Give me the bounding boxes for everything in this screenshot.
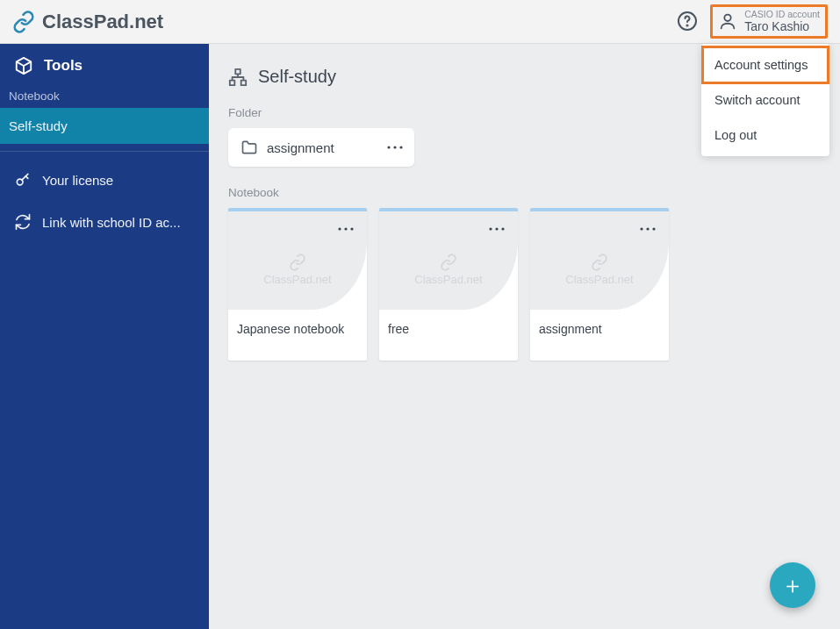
help-circle-icon[interactable] — [677, 11, 698, 32]
sync-icon — [14, 213, 32, 231]
notebook-name: Japanese notebook — [228, 310, 367, 361]
link-chain-icon — [591, 254, 608, 271]
account-trigger[interactable]: CASIO ID account Taro Kashio — [710, 4, 828, 39]
notebook-more-button[interactable] — [334, 217, 358, 241]
brand[interactable]: ClassPad.net — [12, 11, 163, 33]
svg-point-9 — [399, 146, 402, 148]
svg-rect-4 — [235, 68, 241, 74]
key-icon — [14, 171, 32, 189]
notebook-card[interactable]: ClassPad.net Japanese notebook — [228, 208, 367, 361]
svg-point-14 — [495, 227, 498, 230]
account-menu-logout[interactable]: Log out — [701, 118, 829, 153]
notebook-section-label: Notebook — [228, 186, 821, 199]
folder-name: assignment — [267, 140, 383, 155]
folder-card[interactable]: assignment — [228, 128, 414, 167]
svg-point-8 — [393, 146, 396, 148]
plus-icon: ＋ — [781, 570, 804, 601]
svg-point-10 — [338, 227, 341, 230]
sidebar-header-label: Tools — [44, 57, 83, 75]
add-fab[interactable]: ＋ — [770, 562, 815, 608]
header-right: CASIO ID account Taro Kashio — [677, 4, 828, 39]
svg-point-18 — [652, 227, 655, 230]
account-menu-settings[interactable]: Account settings — [701, 46, 829, 84]
sidebar-item-label: Link with school ID ac... — [42, 215, 181, 230]
svg-rect-5 — [230, 80, 235, 85]
svg-point-16 — [640, 227, 643, 230]
svg-point-7 — [387, 146, 390, 148]
account-label: CASIO ID account — [744, 9, 820, 20]
notebook-name: free — [379, 310, 518, 361]
page-title-text: Self-study — [258, 67, 336, 87]
box-icon — [14, 56, 33, 75]
svg-point-11 — [344, 227, 347, 230]
notebook-watermark: ClassPad.net — [263, 254, 331, 286]
more-horizontal-icon — [387, 146, 403, 149]
svg-point-12 — [350, 227, 353, 230]
link-chain-icon — [440, 254, 457, 271]
svg-point-1 — [687, 25, 688, 26]
account-text: CASIO ID account Taro Kashio — [744, 9, 820, 34]
brand-text: ClassPad.net — [42, 11, 163, 33]
sidebar-divider — [0, 151, 209, 152]
app-header: ClassPad.net CASIO ID account Taro Kashi… — [0, 0, 840, 44]
hierarchy-icon — [228, 68, 248, 87]
svg-point-15 — [501, 227, 504, 230]
notebook-thumb: ClassPad.net — [530, 211, 669, 310]
svg-point-2 — [725, 15, 731, 21]
sidebar: Tools Notebook Self-study Your license L… — [0, 44, 209, 629]
account-menu: Account settings Switch account Log out — [701, 44, 829, 156]
notebook-thumb: ClassPad.net — [228, 211, 367, 310]
notebook-name: assignment — [530, 310, 669, 361]
link-chain-icon — [289, 254, 306, 271]
account-name: Taro Kashio — [744, 19, 820, 34]
folder-more-button[interactable] — [383, 135, 407, 160]
link-chain-icon — [12, 11, 35, 33]
sidebar-item-license[interactable]: Your license — [0, 159, 209, 201]
sidebar-item-label: Your license — [42, 173, 113, 188]
sidebar-item-selfstudy[interactable]: Self-study — [0, 108, 209, 144]
user-icon — [718, 11, 737, 31]
sidebar-item-linkschool[interactable]: Link with school ID ac... — [0, 201, 209, 243]
svg-point-17 — [646, 227, 649, 230]
notebook-card[interactable]: ClassPad.net free — [379, 208, 518, 361]
notebook-grid: ClassPad.net Japanese notebook ClassPad.… — [228, 208, 821, 361]
more-horizontal-icon — [489, 227, 505, 231]
sidebar-sublabel: Notebook — [0, 84, 209, 108]
more-horizontal-icon — [338, 227, 354, 231]
more-horizontal-icon — [640, 227, 656, 231]
notebook-watermark: ClassPad.net — [565, 254, 633, 286]
svg-rect-6 — [241, 80, 247, 85]
folder-icon — [241, 139, 258, 156]
notebook-more-button[interactable] — [485, 217, 509, 241]
svg-point-13 — [489, 227, 492, 230]
account-menu-switch[interactable]: Switch account — [701, 82, 829, 118]
notebook-watermark: ClassPad.net — [414, 254, 482, 286]
notebook-more-button[interactable] — [635, 217, 660, 241]
notebook-thumb: ClassPad.net — [379, 211, 518, 310]
sidebar-header: Tools — [0, 44, 209, 84]
notebook-card[interactable]: ClassPad.net assignment — [530, 208, 669, 361]
